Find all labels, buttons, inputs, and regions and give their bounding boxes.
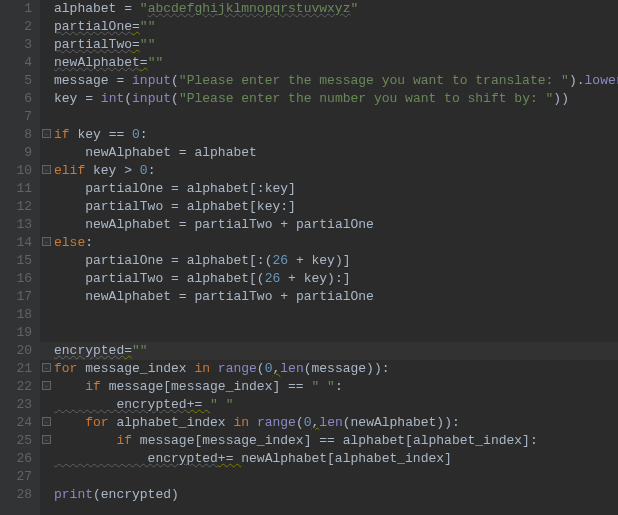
line-number: 14 <box>0 234 32 252</box>
code-line[interactable]: newAlphabet = alphabet <box>54 144 618 162</box>
code-line[interactable] <box>54 108 618 126</box>
code-line[interactable]: - if message[message_index] == alphabet[… <box>54 432 618 450</box>
line-number: 22 <box>0 378 32 396</box>
line-number: 6 <box>0 90 32 108</box>
line-number: 28 <box>0 486 32 504</box>
code-editor[interactable]: 1 2 3 4 5 6 7 8 9 10 11 12 13 14 15 16 1… <box>0 0 618 515</box>
line-number: 13 <box>0 216 32 234</box>
line-number-gutter: 1 2 3 4 5 6 7 8 9 10 11 12 13 14 15 16 1… <box>0 0 40 515</box>
code-line[interactable]: partialOne="" <box>54 18 618 36</box>
line-number: 7 <box>0 108 32 126</box>
line-number: 1 <box>0 0 32 18</box>
code-line[interactable]: message = input("Please enter the messag… <box>54 72 618 90</box>
line-number: 15 <box>0 252 32 270</box>
code-line[interactable]: - if message[message_index] == " ": <box>54 378 618 396</box>
fold-icon[interactable]: - <box>42 237 51 246</box>
code-line[interactable] <box>54 306 618 324</box>
code-line[interactable]: -for message_index in range(0,len(messag… <box>54 360 618 378</box>
line-number: 5 <box>0 72 32 90</box>
line-number: 20 <box>0 342 32 360</box>
code-line[interactable]: encrypted+= newAlphabet[alphabet_index] <box>54 450 618 468</box>
line-number: 17 <box>0 288 32 306</box>
code-line[interactable]: - for alphabet_index in range(0,len(newA… <box>54 414 618 432</box>
code-line[interactable]: partialTwo = alphabet[(26 + key):] <box>54 270 618 288</box>
line-number: 3 <box>0 36 32 54</box>
code-line[interactable]: alphabet = "abcdefghijklmnopqrstuvwxyz" <box>54 0 618 18</box>
code-line[interactable]: print(encrypted) <box>54 486 618 504</box>
line-number: 4 <box>0 54 32 72</box>
code-area[interactable]: alphabet = "abcdefghijklmnopqrstuvwxyz" … <box>40 0 618 515</box>
code-line[interactable]: newAlphabet = partialTwo + partialOne <box>54 288 618 306</box>
line-number: 16 <box>0 270 32 288</box>
fold-icon[interactable]: - <box>42 165 51 174</box>
fold-icon[interactable]: - <box>42 417 51 426</box>
line-number: 10 <box>0 162 32 180</box>
line-number: 24 <box>0 414 32 432</box>
line-number: 18 <box>0 306 32 324</box>
code-line[interactable]: partialOne = alphabet[:(26 + key)] <box>54 252 618 270</box>
code-line[interactable]: encrypted+= " " <box>54 396 618 414</box>
line-number: 27 <box>0 468 32 486</box>
line-number: 25 <box>0 432 32 450</box>
line-number: 2 <box>0 18 32 36</box>
line-number: 26 <box>0 450 32 468</box>
fold-icon[interactable]: - <box>42 435 51 444</box>
line-number: 12 <box>0 198 32 216</box>
code-line[interactable]: newAlphabet="" <box>54 54 618 72</box>
code-line[interactable]: partialTwo="" <box>54 36 618 54</box>
code-line[interactable]: newAlphabet = partialTwo + partialOne <box>54 216 618 234</box>
code-line-current[interactable]: encrypted="" <box>54 342 618 360</box>
code-line[interactable] <box>54 468 618 486</box>
fold-icon[interactable]: - <box>42 381 51 390</box>
fold-icon[interactable]: - <box>42 129 51 138</box>
code-line[interactable]: partialOne = alphabet[:key] <box>54 180 618 198</box>
line-number: 8 <box>0 126 32 144</box>
code-line[interactable]: -if key == 0: <box>54 126 618 144</box>
line-number: 19 <box>0 324 32 342</box>
code-line[interactable]: -elif key > 0: <box>54 162 618 180</box>
line-number: 21 <box>0 360 32 378</box>
code-line[interactable] <box>54 324 618 342</box>
fold-icon[interactable]: - <box>42 363 51 372</box>
code-line[interactable]: key = int(input("Please enter the number… <box>54 90 618 108</box>
line-number: 11 <box>0 180 32 198</box>
code-line[interactable]: -else: <box>54 234 618 252</box>
line-number: 23 <box>0 396 32 414</box>
code-line[interactable]: partialTwo = alphabet[key:] <box>54 198 618 216</box>
line-number: 9 <box>0 144 32 162</box>
